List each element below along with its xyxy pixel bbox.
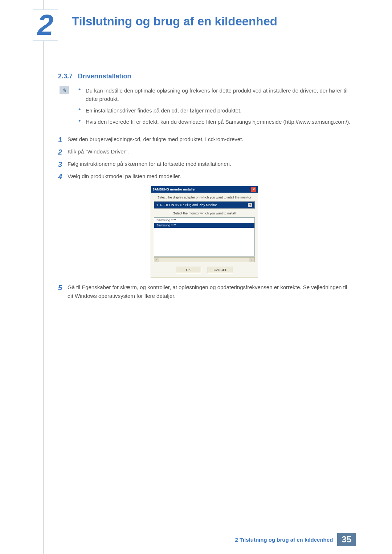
chapter-number-box: 2 [33,9,58,41]
pencil-icon: ✎ [62,87,66,93]
step-text: Gå til Egenskaber for skærm, og kontroll… [68,283,351,300]
step-number: 5 [58,283,68,292]
step-number: 3 [58,160,68,169]
close-icon[interactable]: × [251,187,256,192]
chevron-down-icon: ▾ [248,203,252,207]
list-item[interactable]: Samsung **** [154,218,254,223]
step: 2 Klik på "Windows Driver". [58,147,351,157]
scroll-left-icon[interactable]: ‹ [154,258,159,262]
note-bullet: Hvis den leverede fil er defekt, kan du … [78,118,351,126]
step-text: Følg instruktionerne på skærmen for at f… [68,160,351,168]
chapter-title: Tilslutning og brug af en kildeenhed [72,15,277,28]
dialog-title: SAMSUNG monitor installer [152,188,196,191]
scroll-right-icon[interactable]: › [249,258,254,262]
step: 5 Gå til Egenskaber for skærm, og kontro… [58,283,351,300]
footer-chapter-label: 2 Tilslutning og brug af en kildeenhed [235,537,333,543]
monitor-listbox[interactable]: Samsung **** Samsung **** [154,217,255,257]
left-gutter [43,0,44,554]
adapter-select[interactable]: 1. RADEON 9550 : Plug and Play Monitor ▾ [154,201,255,209]
note-bullets: Du kan indstille den optimale opløsning … [78,86,351,129]
step-text: Klik på "Windows Driver". [68,147,351,156]
ok-button[interactable]: OK [176,267,201,273]
note-icon: ✎ [60,86,69,94]
monitor-prompt: Select the monitor which you want to ins… [154,212,255,215]
step: 4 Vælg din produktmodel på listen med mo… [58,172,351,181]
step-number: 2 [58,147,68,157]
page-number: 35 [337,533,356,546]
horizontal-scrollbar[interactable]: ‹ › [154,257,255,262]
ordered-steps: 1 Sæt den brugervejlednings-cd, der fulg… [58,135,351,303]
adapter-prompt: Select the display adapter on which you … [154,196,255,199]
section-number: 2.3.7 [58,73,73,80]
dialog-titlebar: SAMSUNG monitor installer × [151,186,258,193]
dialog-buttons: OK CANCEL [154,267,255,273]
step: 1 Sæt den brugervejlednings-cd, der fulg… [58,135,351,144]
step-text: Sæt den brugervejlednings-cd, der fulgte… [68,135,351,144]
section-title: Driverinstallation [78,73,131,80]
step-number: 1 [58,135,68,144]
dialog-body: Select the display adapter on which you … [151,193,258,278]
step-text: Vælg din produktmodel på listen med mode… [68,172,351,181]
installer-dialog: SAMSUNG monitor installer × Select the d… [151,186,258,278]
adapter-selected-value: 1. RADEON 9550 : Plug and Play Monitor [156,203,217,207]
note-bullet: Du kan indstille den optimale opløsning … [78,86,351,103]
page-footer: 2 Tilslutning og brug af en kildeenhed 3… [0,533,392,546]
chapter-number: 2 [37,11,54,40]
note-bullet: En installationsdriver findes på den cd,… [78,106,351,115]
step: 3 Følg instruktionerne på skærmen for at… [58,160,351,169]
list-item-selected[interactable]: Samsung **** [154,223,254,228]
page: 2 Tilslutning og brug af en kildeenhed 2… [0,0,392,554]
cancel-button[interactable]: CANCEL [208,267,233,273]
step-number: 4 [58,172,68,181]
section-heading: 2.3.7 Driverinstallation [58,73,131,80]
